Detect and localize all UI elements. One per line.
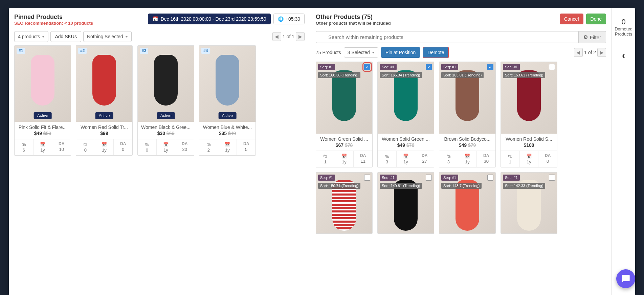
select-checkbox[interactable] bbox=[487, 175, 493, 181]
product-card[interactable]: Seq: #1 Sort: 163.01 (Trending) ✓ Brown … bbox=[439, 62, 496, 167]
calendar-icon: 📅 bbox=[96, 141, 113, 147]
product-image: Seq: #1 Sort: 153.61 (Trending) bbox=[501, 62, 557, 134]
active-badge: Active bbox=[95, 112, 113, 119]
stat-value: 30 bbox=[478, 159, 495, 164]
other-title: Other Products (75) bbox=[316, 14, 391, 21]
product-image: #2 Active bbox=[76, 46, 132, 122]
select-checkbox[interactable] bbox=[549, 175, 555, 181]
product-price: $67$78 bbox=[318, 142, 370, 148]
product-card[interactable]: Seq: #1 Sort: 149.81 (Trending) bbox=[377, 172, 434, 234]
products-count: 75 Products bbox=[316, 50, 341, 55]
product-price: $99 bbox=[78, 131, 130, 136]
active-badge: Active bbox=[219, 112, 237, 119]
select-checkbox[interactable]: ✓ bbox=[364, 64, 370, 70]
date-range-label: Dec 16th 2020 00:00:00 - Dec 23rd 2020 2… bbox=[161, 16, 266, 22]
stat-value: 1 bbox=[317, 159, 334, 164]
active-badge: Active bbox=[34, 112, 52, 119]
filter-label: Filter bbox=[590, 35, 601, 40]
stat-label: DA bbox=[114, 141, 132, 146]
seo-recommendation: SEO Recommendation: < 10 products bbox=[14, 21, 93, 26]
product-card[interactable]: Seq: #1 Sort: 165.34 (Trending) ✓ Women … bbox=[377, 62, 434, 167]
demoted-sidebar[interactable]: 0 Demoted Products ‹ bbox=[612, 8, 635, 295]
selected-dropdown[interactable]: 3 Selected bbox=[344, 47, 378, 58]
select-checkbox[interactable]: ✓ bbox=[426, 64, 432, 70]
calendar-icon: 📅 bbox=[152, 16, 158, 22]
cancel-button[interactable]: Cancel bbox=[560, 14, 583, 24]
seq-badge: Seq: #1 bbox=[503, 64, 520, 70]
basket-icon: 🛍 bbox=[502, 153, 519, 159]
nothing-selected-dropdown[interactable]: Nothing Selected bbox=[83, 31, 132, 42]
product-card[interactable]: #1 Active Pink Solid Fit & Flare... $49$… bbox=[14, 45, 71, 156]
stat-value: 0 bbox=[138, 148, 156, 153]
stat-value: 1y bbox=[397, 159, 415, 164]
sort-badge: Sort: 143.7 (Trending) bbox=[441, 183, 482, 189]
select-checkbox[interactable] bbox=[364, 175, 370, 181]
product-image: Seq: #1 Sort: 143.7 (Trending) bbox=[439, 173, 495, 233]
add-skus-button[interactable]: Add SKUs bbox=[50, 31, 81, 42]
product-image: Seq: #1 Sort: 163.01 (Trending) ✓ bbox=[439, 62, 495, 134]
select-checkbox[interactable] bbox=[426, 175, 432, 181]
stat-label: DA bbox=[176, 141, 193, 146]
seq-badge: Seq: #1 bbox=[380, 175, 397, 181]
stat-value: 2 bbox=[200, 148, 217, 153]
pager-prev[interactable]: ◀ bbox=[574, 48, 583, 57]
product-card[interactable]: Seq: #1 Sort: 168.38 (Trending) ✓ Women … bbox=[316, 62, 373, 167]
product-card[interactable]: #4 Active Women Blue & White... $35$40 🛍… bbox=[199, 45, 256, 156]
chevron-down-icon bbox=[42, 36, 45, 38]
other-products-panel: Other Products (75) Other products that … bbox=[310, 8, 612, 295]
basket-icon: 🛍 bbox=[77, 141, 94, 147]
position-badge: #3 bbox=[140, 48, 148, 54]
chevron-down-icon bbox=[125, 36, 128, 38]
search-input[interactable] bbox=[316, 31, 579, 43]
stat-value: 1y bbox=[96, 148, 113, 153]
stat-value: 27 bbox=[416, 159, 433, 164]
active-badge: Active bbox=[157, 112, 175, 119]
product-image: Seq: #1 Sort: 168.38 (Trending) ✓ bbox=[316, 62, 372, 134]
product-title: Pink Solid Fit & Flare... bbox=[17, 124, 69, 130]
timezone-button[interactable]: 🌐 +05:30 bbox=[273, 14, 305, 24]
calendar-icon: 📅 bbox=[520, 153, 538, 159]
date-range-button[interactable]: 📅 Dec 16th 2020 00:00:00 - Dec 23rd 2020… bbox=[148, 14, 271, 24]
stat-value: 30 bbox=[176, 147, 193, 152]
product-card[interactable]: #2 Active Women Red Solid Tr... $99 🛍0 📅… bbox=[76, 45, 133, 156]
pager-next[interactable]: ▶ bbox=[296, 32, 305, 41]
calendar-icon: 📅 bbox=[157, 141, 175, 147]
filter-button[interactable]: ⚙ Filter bbox=[579, 31, 606, 43]
seq-badge: Seq: #1 bbox=[441, 64, 458, 70]
other-grid: Seq: #1 Sort: 168.38 (Trending) ✓ Women … bbox=[316, 62, 606, 234]
product-title: Women Blue & White... bbox=[201, 124, 253, 130]
product-price: $49$76 bbox=[380, 142, 432, 148]
calendar-icon: 📅 bbox=[219, 141, 236, 147]
nothing-selected-label: Nothing Selected bbox=[87, 34, 123, 39]
timezone-label: +05:30 bbox=[286, 16, 300, 22]
calendar-icon: 📅 bbox=[336, 153, 353, 159]
selected-label: 3 Selected bbox=[348, 50, 370, 55]
pager-next[interactable]: ▶ bbox=[597, 48, 606, 57]
product-card[interactable]: #3 Active Women Black & Gree... $30$60 🛍… bbox=[137, 45, 194, 156]
basket-icon: 🛍 bbox=[440, 153, 457, 159]
other-subtitle: Other products that will be included bbox=[316, 21, 391, 26]
pin-at-position-button[interactable]: Pin at Position bbox=[381, 47, 420, 58]
demote-button[interactable]: Demote bbox=[423, 47, 449, 58]
product-card[interactable]: Seq: #1 Sort: 142.33 (Trending) bbox=[501, 172, 557, 234]
product-image: Seq: #1 Sort: 165.34 (Trending) ✓ bbox=[378, 62, 434, 134]
stat-label: DA bbox=[238, 141, 255, 146]
product-card[interactable]: Seq: #1 Sort: 153.61 (Trending) Women Re… bbox=[501, 62, 557, 167]
product-count-dropdown[interactable]: 4 products bbox=[14, 31, 48, 42]
select-checkbox[interactable]: ✓ bbox=[487, 64, 493, 70]
pager-prev[interactable]: ◀ bbox=[272, 32, 281, 41]
position-badge: #4 bbox=[201, 48, 210, 54]
chat-widget[interactable] bbox=[616, 269, 635, 288]
stat-value: 0 bbox=[77, 148, 94, 153]
product-title: Brown Solid Bodyco... bbox=[441, 136, 493, 142]
select-checkbox[interactable] bbox=[549, 64, 555, 70]
done-button[interactable]: Done bbox=[586, 14, 606, 24]
seq-badge: Seq: #1 bbox=[380, 64, 397, 70]
product-price: $100 bbox=[503, 142, 555, 148]
stat-value: 1y bbox=[459, 159, 476, 164]
product-card[interactable]: Seq: #1 Sort: 150.71 (Trending) bbox=[316, 172, 373, 234]
stat-value: 1y bbox=[336, 159, 353, 164]
product-card[interactable]: Seq: #1 Sort: 143.7 (Trending) bbox=[439, 172, 496, 234]
product-price: $30$60 bbox=[140, 131, 192, 136]
sort-badge: Sort: 149.81 (Trending) bbox=[380, 183, 422, 189]
